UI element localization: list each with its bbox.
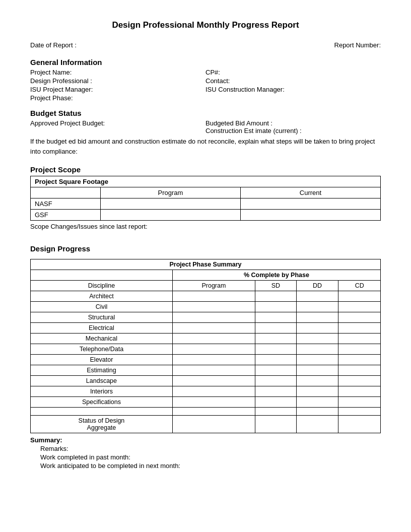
interiors-sd bbox=[255, 386, 296, 397]
sd-col-header: SD bbox=[255, 281, 296, 291]
structural-program bbox=[172, 312, 255, 323]
design-progress-section: Design Progress Project Phase Summary % … bbox=[30, 244, 381, 470]
electrical-dd bbox=[296, 323, 338, 334]
civil-program bbox=[172, 302, 255, 312]
empty-row-1-col5 bbox=[338, 408, 381, 416]
estimating-row: Estimating bbox=[31, 365, 173, 376]
isu-construction-manager-label: ISU Construction Manager: bbox=[206, 86, 381, 93]
specifications-program bbox=[172, 397, 255, 408]
telephone-data-dd bbox=[296, 344, 338, 355]
budgeted-bid-label: Budgeted Bid Amount : bbox=[206, 119, 381, 127]
architect-cd bbox=[338, 291, 381, 302]
architect-program bbox=[172, 291, 255, 302]
status-design-aggregate-row: Status of DesignAggregate bbox=[31, 416, 173, 433]
status-aggregate-dd bbox=[296, 416, 338, 433]
remarks-label: Remarks: bbox=[30, 445, 381, 452]
interiors-row: Interiors bbox=[31, 386, 173, 397]
budget-status-section: Budget Status Approved Project Budget: B… bbox=[30, 109, 381, 156]
budget-status-title: Budget Status bbox=[30, 109, 381, 117]
civil-cd bbox=[338, 302, 381, 312]
cp-label: CP#: bbox=[206, 69, 381, 76]
discipline-col-header: Discipline bbox=[31, 281, 173, 291]
project-scope-table: Project Square Footage Program Current N… bbox=[30, 176, 381, 221]
architect-sd bbox=[255, 291, 296, 302]
landscape-dd bbox=[296, 376, 338, 386]
summary-label: Summary: bbox=[30, 436, 381, 444]
scope-changes-label: Scope Changes/Issues since last report: bbox=[30, 223, 381, 230]
gsf-label: GSF bbox=[31, 210, 101, 221]
dd-col-header: DD bbox=[296, 281, 338, 291]
landscape-sd bbox=[255, 376, 296, 386]
telephone-data-sd bbox=[255, 344, 296, 355]
structural-sd bbox=[255, 312, 296, 323]
page-title: Design Professional Monthly Progress Rep… bbox=[30, 20, 381, 30]
empty-row-1-col4 bbox=[296, 408, 338, 416]
construction-est-label: Construction Est imate (current) : bbox=[206, 127, 381, 135]
project-square-footage-header: Project Square Footage bbox=[31, 176, 381, 187]
elevator-program bbox=[172, 355, 255, 365]
nasf-label: NASF bbox=[31, 198, 101, 210]
nasf-current-value bbox=[241, 198, 381, 210]
elevator-sd bbox=[255, 355, 296, 365]
phase-empty-corner bbox=[31, 270, 173, 281]
general-info-grid: Project Name: CP#: Design Professional :… bbox=[30, 69, 381, 102]
elevator-dd bbox=[296, 355, 338, 365]
specifications-sd bbox=[255, 397, 296, 408]
status-aggregate-sd bbox=[255, 416, 296, 433]
interiors-dd bbox=[296, 386, 338, 397]
landscape-row: Landscape bbox=[31, 376, 173, 386]
project-scope-title: Project Scope bbox=[30, 165, 381, 174]
work-anticipated-label: Work anticipated to be completed in next… bbox=[30, 462, 381, 470]
elevator-row: Elevator bbox=[31, 355, 173, 365]
contact-label: Contact: bbox=[206, 77, 381, 85]
structural-cd bbox=[338, 312, 381, 323]
design-progress-title: Design Progress bbox=[30, 244, 381, 253]
budget-note: If the budget ed bid amount and construc… bbox=[30, 137, 381, 156]
date-of-report-label: Date of Report : bbox=[30, 41, 77, 49]
general-info-section: General Information Project Name: CP#: D… bbox=[30, 58, 381, 102]
electrical-row: Electrical bbox=[31, 323, 173, 334]
gsf-current-value bbox=[241, 210, 381, 221]
landscape-cd bbox=[338, 376, 381, 386]
empty-row-1-col1 bbox=[31, 408, 173, 416]
mechanical-program bbox=[172, 334, 255, 344]
mechanical-dd bbox=[296, 334, 338, 344]
mechanical-row: Mechanical bbox=[31, 334, 173, 344]
estimating-sd bbox=[255, 365, 296, 376]
telephone-data-program bbox=[172, 344, 255, 355]
empty-row-1-col2 bbox=[172, 408, 255, 416]
civil-sd bbox=[255, 302, 296, 312]
telephone-data-cd bbox=[338, 344, 381, 355]
electrical-cd bbox=[338, 323, 381, 334]
mechanical-sd bbox=[255, 334, 296, 344]
project-scope-section: Project Scope Project Square Footage Pro… bbox=[30, 165, 381, 230]
isu-project-manager-label: ISU Project Manager: bbox=[30, 86, 206, 93]
landscape-program bbox=[172, 376, 255, 386]
mechanical-cd bbox=[338, 334, 381, 344]
work-completed-label: Work completed in past month: bbox=[30, 453, 381, 461]
scope-empty-label bbox=[31, 187, 101, 198]
report-number-label: Report Number: bbox=[334, 41, 381, 49]
specifications-row: Specifications bbox=[31, 397, 173, 408]
estimating-cd bbox=[338, 365, 381, 376]
project-phase-value bbox=[206, 94, 381, 102]
header-row: Date of Report : Report Number: bbox=[30, 41, 381, 49]
electrical-program bbox=[172, 323, 255, 334]
structural-dd bbox=[296, 312, 338, 323]
nasf-program-value bbox=[101, 198, 241, 210]
summary-section: Summary: Remarks: Work completed in past… bbox=[30, 436, 381, 470]
scope-program-header: Program bbox=[101, 187, 241, 198]
architect-dd bbox=[296, 291, 338, 302]
electrical-sd bbox=[255, 323, 296, 334]
structural-row: Structural bbox=[31, 312, 173, 323]
scope-current-header: Current bbox=[241, 187, 381, 198]
civil-row: Civil bbox=[31, 302, 173, 312]
telephone-data-row: Telephone/Data bbox=[31, 344, 173, 355]
program-col-header: Program bbox=[172, 281, 255, 291]
status-aggregate-cd bbox=[338, 416, 381, 433]
general-info-title: General Information bbox=[30, 58, 381, 66]
cd-col-header: CD bbox=[338, 281, 381, 291]
bid-estimate-col: Budgeted Bid Amount : Construction Est i… bbox=[206, 119, 381, 135]
specifications-cd bbox=[338, 397, 381, 408]
architect-row: Architect bbox=[31, 291, 173, 302]
